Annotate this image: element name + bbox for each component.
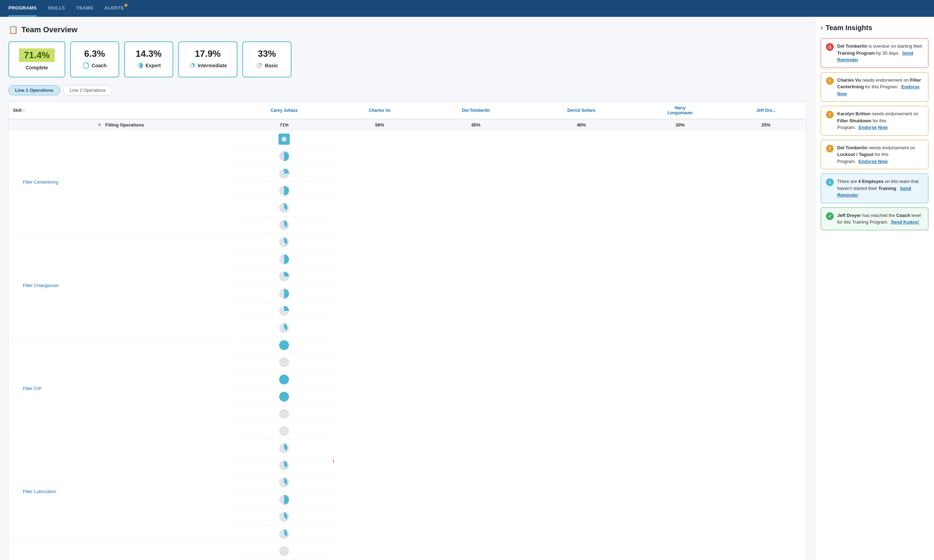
insight-text-charles-endorse: Charles Vu needs endorsement on Filler C… xyxy=(837,77,923,97)
summary-card-coach[interactable]: 6.3% Coach xyxy=(70,42,119,77)
pie-lubrication-del xyxy=(233,474,336,491)
insights-panel: › Team Insights ⚠ Del Tomberlin is overd… xyxy=(815,17,934,560)
main-layout: 📋 Team Overview 71.4% Complete 6.3% xyxy=(0,17,934,560)
pie-changeover-del xyxy=(233,268,336,285)
skills-table-wrapper: Skill ↑ Carey Juhasz Charles Vu Del Tomb… xyxy=(8,102,806,560)
insight-text-employees: There are 4 Employes on this team that h… xyxy=(837,178,923,199)
basic-label: Basic xyxy=(256,62,278,69)
coach-icon xyxy=(82,62,90,69)
tab-line2[interactable]: Line 2 Operations xyxy=(63,85,113,95)
skill-row-lubrication: Filler Lubrication ! xyxy=(9,440,806,543)
insight-icon-warning-3: ! xyxy=(826,145,834,152)
send-kudos-link[interactable]: Send Kudos! xyxy=(891,219,919,225)
pie-lubrication-harry xyxy=(233,508,336,526)
nav-alerts[interactable]: ALERTS xyxy=(105,0,124,17)
page-title-icon: 📋 xyxy=(8,25,18,34)
summary-card-intermediate[interactable]: 17.9% Intermediate xyxy=(178,42,238,77)
endorse-now-link-3[interactable]: Endorse Now xyxy=(858,159,888,164)
page-title-row: 📋 Team Overview xyxy=(8,25,806,34)
insights-title: Team Insights xyxy=(826,24,872,32)
insight-text-jeff-coach: Jeff Dreyer has reached the Coach level … xyxy=(837,212,923,226)
col-derick[interactable]: Derick Sollars xyxy=(528,102,635,119)
pct-derick: 40% xyxy=(577,122,586,128)
summary-card-basic[interactable]: 33% Basic xyxy=(242,42,292,77)
col-charles[interactable]: Charles Vu xyxy=(336,102,423,119)
col-harry[interactable]: HarryLongsmauer xyxy=(635,102,726,119)
section-filling-operations[interactable]: ▼ Filling Operations 71% 56% 65% 40% 30%… xyxy=(9,119,806,131)
content-area: 📋 Team Overview 71.4% Complete 6.3% xyxy=(0,17,815,560)
summary-card-expert[interactable]: 14.3% Expert xyxy=(124,42,173,77)
pct-del: 65% xyxy=(471,122,480,128)
pie-centerlining-derick xyxy=(233,182,336,199)
skill-link-cip[interactable]: Filler CIP xyxy=(13,386,228,391)
pie-changeover-derick xyxy=(233,285,336,302)
pie-centerlining-carey xyxy=(233,131,336,148)
skill-name-centerlining: Filler Centerlining xyxy=(9,131,233,234)
insight-card-karolyn-endorsement: ! Karolyn Britton needs endorsement on F… xyxy=(821,106,928,135)
skill-row-centerlining: Filler Centerlining xyxy=(9,131,806,234)
col-del[interactable]: Del Tomberlin xyxy=(424,102,528,119)
complete-label: Complete xyxy=(26,65,48,71)
alerts-dot-indicator xyxy=(125,4,127,7)
tab-line1[interactable]: Line 1 Operations xyxy=(8,85,60,95)
col-carey[interactable]: Carey Juhasz xyxy=(233,102,336,119)
svg-point-18 xyxy=(279,357,289,367)
coach-value: 6.3% xyxy=(84,48,105,59)
section-toggle-icon[interactable]: ▼ xyxy=(97,122,102,128)
skill-row-changeover: Filler Changeover xyxy=(9,234,806,337)
basic-icon xyxy=(256,62,263,69)
skill-col-header[interactable]: Skill ↑ xyxy=(9,102,233,119)
pie-cip-jeff xyxy=(233,423,336,440)
endorse-now-link-2[interactable]: Endorse Now xyxy=(858,125,888,130)
insight-icon-alert: ⚠ xyxy=(826,43,834,51)
intermediate-icon xyxy=(189,62,196,69)
insight-text-del-overdue: Del Tomberlin is overdue on starting the… xyxy=(837,43,923,63)
pie-centerlining-del xyxy=(233,165,336,182)
pie-cip-charles xyxy=(233,354,336,371)
skill-row-cip: Filler CIP xyxy=(9,337,806,440)
intermediate-label: Intermediate xyxy=(189,62,227,69)
skill-link-lubrication[interactable]: Filler Lubrication xyxy=(13,489,228,494)
col-jeff[interactable]: Jeff Dre... xyxy=(726,102,806,119)
insight-card-del-overdue: ⚠ Del Tomberlin is overdue on starting t… xyxy=(821,38,928,68)
col-harry-label: HarryLongsmauer xyxy=(667,106,693,115)
svg-point-20 xyxy=(279,392,289,402)
skill-row-operations: Filler Operations xyxy=(9,543,806,560)
pie-centerlining-harry xyxy=(233,199,336,217)
skill-link-centerlining[interactable]: Filler Centerlining xyxy=(13,179,228,185)
pie-lubrication-carey xyxy=(233,440,336,457)
pie-lubrication-jeff xyxy=(233,526,336,543)
insight-card-employees-training: i There are 4 Employes on this team that… xyxy=(821,174,928,203)
insight-card-charles-endorsement: ! Charles Vu needs endorsement on Filler… xyxy=(821,72,928,102)
coach-label: Coach xyxy=(82,62,107,69)
pie-cip-carey xyxy=(233,337,336,354)
svg-point-22 xyxy=(279,426,289,436)
pie-cip-harry xyxy=(233,405,336,423)
summary-card-complete[interactable]: 71.4% Complete xyxy=(8,42,65,77)
alert-exclamation: ! xyxy=(333,458,335,464)
insight-icon-warning-1: ! xyxy=(826,77,834,85)
insight-card-jeff-coach: ✓ Jeff Dreyer has reached the Coach leve… xyxy=(821,208,928,230)
intermediate-value: 17.9% xyxy=(195,48,221,59)
svg-point-19 xyxy=(279,375,289,385)
insight-icon-warning-2: ! xyxy=(826,111,834,118)
insights-chevron-icon: › xyxy=(821,24,823,32)
pie-changeover-charles xyxy=(233,251,336,268)
pie-changeover-harry xyxy=(233,302,336,320)
pie-operations-carey xyxy=(233,543,336,560)
pie-changeover-jeff xyxy=(233,320,336,337)
skills-table: Skill ↑ Carey Juhasz Charles Vu Del Tomb… xyxy=(9,102,806,560)
skill-name-lubrication: Filler Lubrication xyxy=(9,440,233,543)
nav-programs[interactable]: PROGRAMS xyxy=(8,0,37,17)
skill-link-changeover[interactable]: Filler Changeover xyxy=(13,283,228,288)
insight-icon-check: ✓ xyxy=(826,212,834,220)
send-reminder-link-2[interactable]: Send Reminder xyxy=(837,186,911,198)
expert-label: Expert xyxy=(136,62,161,69)
nav-teams[interactable]: TEAMS xyxy=(76,0,93,17)
section-name-cell: ▼ Filling Operations xyxy=(9,119,233,131)
pct-charles: 56% xyxy=(375,122,384,128)
nav-skills[interactable]: SKILLS xyxy=(48,0,65,17)
skill-name-cip: Filler CIP xyxy=(9,337,233,440)
pie-centerlining-jeff xyxy=(233,217,336,234)
expert-value: 14.3% xyxy=(136,48,162,59)
